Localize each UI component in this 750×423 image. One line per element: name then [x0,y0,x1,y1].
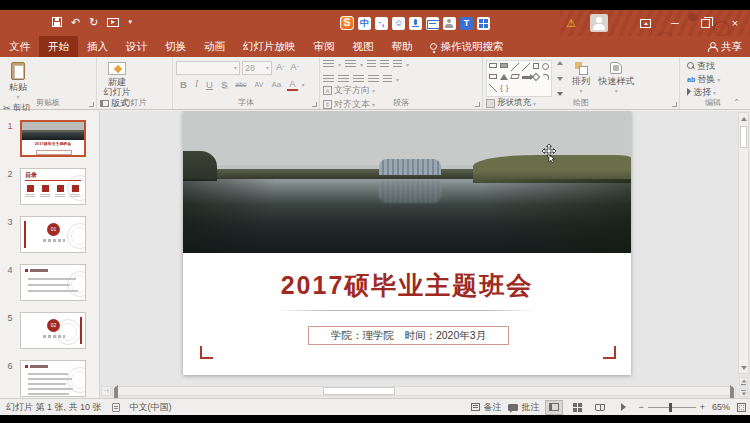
thumbnail-preview[interactable] [20,264,86,301]
horizontal-scroll-thumb[interactable] [323,387,395,395]
tab-transitions[interactable]: 切换 [156,36,195,57]
ime-punctuation-icon[interactable]: ·, [375,17,388,30]
character-spacing-button[interactable]: AV [253,78,266,91]
paste-button[interactable]: 粘贴 ▾ [3,60,33,102]
ime-skin-icon[interactable]: T [460,17,473,30]
undo-icon[interactable]: ↶ [71,15,80,29]
align-center-button[interactable] [338,75,349,84]
shape-brace-right-icon[interactable]: } [506,84,509,92]
font-dialog-launcher[interactable] [312,102,317,107]
shape-arrow-right-icon[interactable] [522,76,530,79]
slide-thumbnail-3[interactable]: 3 01 [0,216,99,253]
arrange-button[interactable]: 排列 ▾ [568,60,594,96]
tell-me-search[interactable]: 操作说明搜索 [422,36,512,57]
start-slideshow-icon[interactable] [107,18,119,27]
scroll-left-icon[interactable] [114,388,118,398]
microphone-icon[interactable] [409,17,422,30]
tab-home[interactable]: 开始 [39,36,78,57]
slide-info-box[interactable]: 学院：理学院 时间：2020年3月 [308,326,509,345]
shape-rectangle-icon[interactable] [489,63,497,68]
spell-check-icon[interactable] [112,403,120,412]
bullets-button[interactable] [323,60,334,69]
slide-editor[interactable]: 2017硕毕业主题班会 学院：理学院 时间：2020年3月 [183,111,631,375]
shape-rounded-rect-icon[interactable] [489,74,497,79]
replace-button[interactable]: ab替换▾ [687,73,743,85]
previous-slide-button[interactable] [739,377,748,386]
thumbnail-preview[interactable]: 目录 [20,168,86,205]
tab-view[interactable]: 视图 [344,36,383,57]
new-slide-button[interactable]: 新建 幻灯片 [100,60,134,97]
justify-button[interactable] [368,75,379,84]
user-avatar[interactable] [590,14,608,32]
slide-thumbnail-2[interactable]: 2 目录 [0,168,99,205]
scroll-down-icon[interactable] [739,362,748,373]
line-spacing-button[interactable] [393,60,402,69]
slide-thumbnail-4[interactable]: 4 [0,264,99,301]
decrease-indent-button[interactable] [367,60,376,69]
zoom-slider[interactable] [648,407,696,408]
close-button[interactable]: × [720,10,750,36]
tab-animations[interactable]: 动画 [195,36,234,57]
shape-line-icon[interactable] [511,63,519,71]
fit-slide-to-window-icon[interactable] [737,403,746,412]
bullets-caret-icon[interactable]: ▾ [338,61,341,68]
tab-review[interactable]: 审阅 [305,36,344,57]
drawing-dialog-launcher[interactable] [672,102,677,107]
shape-arc-icon[interactable] [542,74,549,81]
shapes-more-icon[interactable] [557,92,563,96]
language-label[interactable]: 中文(中国) [130,401,172,414]
bold-button[interactable]: B [178,78,189,91]
comments-button[interactable]: 批注 [508,401,539,414]
paragraph-dialog-launcher[interactable] [475,102,480,107]
thumbnail-preview[interactable]: 2017硕毕业主题班会 [20,120,86,157]
scroll-right-icon[interactable] [730,388,734,398]
tab-file[interactable]: 文件 [0,36,39,57]
slideshow-view-button[interactable] [615,401,631,414]
zoom-out-button[interactable]: − [638,402,643,412]
save-icon[interactable] [52,17,62,27]
slide-thumbnail-5[interactable]: 5 02 [0,312,99,349]
zoom-percentage[interactable]: 65% [712,402,730,412]
font-color-button[interactable]: A [287,78,297,91]
text-shadow-button[interactable]: S [219,78,229,91]
next-slide-button[interactable] [739,388,748,397]
columns-caret-icon[interactable]: ▾ [396,76,399,83]
align-left-button[interactable] [323,75,334,84]
minimize-button[interactable]: ─ [660,10,690,36]
font-color-caret-icon[interactable]: ▾ [302,81,305,88]
thumbnail-preview[interactable]: 02 [20,312,86,349]
numbering-caret-icon[interactable]: ▾ [360,61,363,68]
tab-insert[interactable]: 插入 [78,36,117,57]
shapes-scroll-down-icon[interactable] [557,77,563,81]
vertical-scrollbar[interactable] [738,112,749,374]
slide-thumbnail-panel[interactable]: 1 2017硕毕业主题班会 2 目录 [0,111,100,398]
restore-button[interactable] [690,10,720,36]
shape-oval-icon[interactable] [542,63,549,70]
shrink-font-button[interactable]: Aˇ [288,60,300,75]
thumbnail-preview[interactable]: 01 [20,216,86,253]
reading-view-button[interactable] [592,401,608,414]
strikethrough-button[interactable]: abc [233,78,248,91]
underline-button[interactable]: U [204,78,215,91]
shape-brace-left-icon[interactable]: { [500,84,503,92]
tab-help[interactable]: 帮助 [383,36,422,57]
tab-slideshow[interactable]: 幻灯片放映 [234,36,305,57]
shape-line2-icon[interactable] [522,63,530,71]
ime-toolbox-icon[interactable] [477,17,490,30]
emoji-icon[interactable]: ☺ [392,17,405,30]
collapse-ribbon-icon[interactable]: ⌃ [733,98,740,107]
customize-qat-icon[interactable]: ▾ [128,18,132,26]
find-button[interactable]: 查找 [687,60,743,72]
redo-icon[interactable]: ↻ [89,15,98,29]
shape-filled-rectangle-icon[interactable] [500,63,508,68]
slide-title-text[interactable]: 2017硕毕业主题班会 [183,269,631,302]
slide-sorter-view-button[interactable] [569,401,585,414]
change-case-button[interactable]: Aa [269,78,283,91]
shape-parallelogram-icon[interactable] [510,74,520,79]
quick-styles-button[interactable]: 快速样式 ▾ [598,60,634,96]
numbering-button[interactable] [345,60,356,69]
clipboard-dialog-launcher[interactable] [89,102,94,107]
grow-font-button[interactable]: Aˆ [274,60,286,75]
columns-button[interactable] [383,75,392,84]
font-size-select[interactable]: 28▾ [242,61,272,75]
